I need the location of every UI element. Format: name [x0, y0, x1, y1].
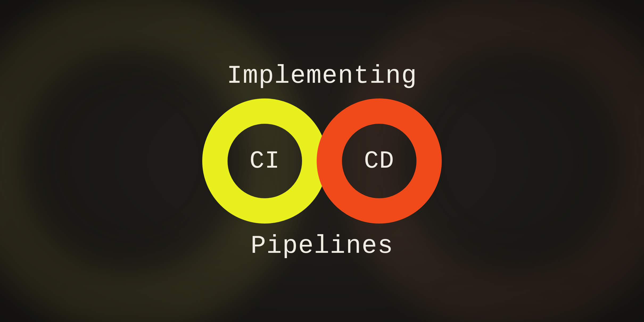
rings-container: CI CD	[202, 98, 442, 224]
cd-ring: CD	[317, 98, 442, 224]
ci-label: CI	[250, 147, 280, 175]
cd-label: CD	[364, 147, 394, 175]
title-bottom: Pipelines	[251, 232, 393, 261]
main-content: Implementing CI CD Pipelines	[0, 0, 644, 322]
ci-ring: CI	[202, 98, 327, 224]
title-top: Implementing	[227, 61, 417, 90]
diagram-canvas: Implementing CI CD Pipelines	[0, 0, 644, 322]
